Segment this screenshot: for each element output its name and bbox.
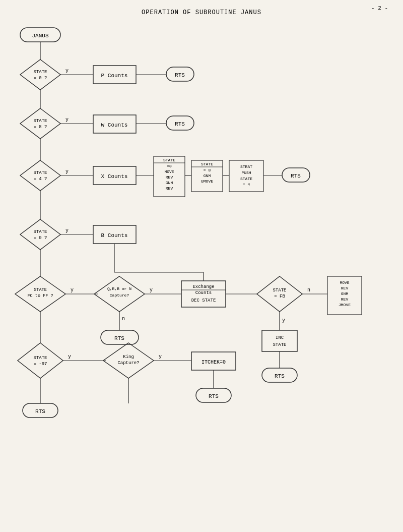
svg-text:REV: REV xyxy=(166,175,173,180)
svg-text:RTS: RTS xyxy=(275,373,285,379)
svg-text:STATE: STATE xyxy=(33,119,47,124)
svg-text:STATE: STATE xyxy=(163,158,175,162)
svg-text:STATE: STATE xyxy=(201,162,213,166)
svg-text:RTS: RTS xyxy=(35,408,45,415)
flowchart-diagram: JANUS STATE = 0 ? y P Counts RTS STATE =… xyxy=(0,0,403,532)
svg-text:STATE: STATE xyxy=(33,70,47,75)
svg-text:Exchange: Exchange xyxy=(192,284,214,289)
svg-text:y: y xyxy=(150,287,153,293)
svg-text:King: King xyxy=(123,354,134,360)
svg-text:STATE: STATE xyxy=(240,176,252,181)
svg-text:REV: REV xyxy=(341,286,349,290)
svg-text:RTS: RTS xyxy=(175,121,185,127)
svg-text:Capture?: Capture? xyxy=(117,361,139,366)
svg-text:INC: INC xyxy=(276,335,284,340)
svg-text:B Counts: B Counts xyxy=(101,232,128,239)
svg-text:= 4 ?: = 4 ? xyxy=(33,176,47,182)
svg-text:= 0 ?: = 0 ? xyxy=(33,76,47,81)
svg-text:y: y xyxy=(68,354,71,360)
svg-text:RTS: RTS xyxy=(209,393,219,399)
svg-text:= 8: = 8 xyxy=(204,168,211,172)
svg-text:= -97: = -97 xyxy=(33,362,47,367)
svg-text:Capture?: Capture? xyxy=(110,293,129,298)
svg-text:STATE: STATE xyxy=(273,342,286,347)
svg-text:= 0 ?: = 0 ? xyxy=(33,235,47,241)
svg-text:STATE: STATE xyxy=(33,356,47,361)
svg-text:y: y xyxy=(65,169,69,174)
svg-text:n: n xyxy=(122,316,125,322)
svg-text:PUSH: PUSH xyxy=(241,170,251,175)
svg-text:RTS: RTS xyxy=(291,173,301,179)
svg-text:DEC STATE: DEC STATE xyxy=(191,298,216,303)
page: - 2 - OPERATION OF SUBROUTINE JANUS JANU… xyxy=(0,0,403,532)
svg-text:= FB: = FB xyxy=(274,294,285,299)
svg-text:STATE: STATE xyxy=(33,229,47,234)
svg-text:STATE: STATE xyxy=(33,170,47,175)
svg-text:MOVE: MOVE xyxy=(164,169,174,174)
svg-text:STATE: STATE xyxy=(273,288,286,293)
svg-text:y: y xyxy=(71,287,74,293)
svg-text:Counts: Counts xyxy=(195,290,212,295)
svg-text:RTS: RTS xyxy=(114,335,124,341)
svg-text:y: y xyxy=(65,228,69,233)
svg-text:=0: =0 xyxy=(167,164,172,168)
svg-text:REV: REV xyxy=(341,297,349,302)
svg-text:FC to FF ?: FC to FF ? xyxy=(27,293,53,299)
svg-text:GNM: GNM xyxy=(341,291,349,296)
svg-text:STRAT: STRAT xyxy=(240,164,252,169)
svg-text:UMOVE: UMOVE xyxy=(201,179,213,184)
svg-marker-58 xyxy=(20,219,60,250)
svg-marker-14 xyxy=(20,108,60,139)
svg-text:GNM: GNM xyxy=(204,173,211,178)
svg-text:= 8 ?: = 8 ? xyxy=(33,125,47,130)
svg-text:MOVE: MOVE xyxy=(340,280,349,285)
svg-marker-25 xyxy=(20,160,60,191)
svg-text:JMOVE: JMOVE xyxy=(339,303,351,307)
svg-text:GNM: GNM xyxy=(166,181,173,185)
svg-text:y: y xyxy=(65,68,69,74)
svg-rect-100 xyxy=(262,330,297,351)
svg-text:y: y xyxy=(282,318,285,323)
svg-marker-109 xyxy=(18,343,63,378)
svg-text:W Counts: W Counts xyxy=(101,122,128,128)
svg-text:ITCHEK=0: ITCHEK=0 xyxy=(202,360,226,365)
svg-text:y: y xyxy=(159,354,162,360)
svg-text:X Counts: X Counts xyxy=(101,173,128,180)
svg-text:n: n xyxy=(307,287,310,293)
svg-text:REV: REV xyxy=(166,186,173,191)
svg-text:y: y xyxy=(65,117,69,123)
svg-text:RTS: RTS xyxy=(175,72,185,78)
svg-text:P Counts: P Counts xyxy=(101,73,128,79)
svg-text:Q,R,B or N: Q,R,B or N xyxy=(107,286,131,291)
svg-marker-3 xyxy=(20,60,60,90)
svg-text:= 4: = 4 xyxy=(243,182,250,187)
svg-text:STATE: STATE xyxy=(34,287,47,292)
svg-text:JANUS: JANUS xyxy=(32,33,48,39)
